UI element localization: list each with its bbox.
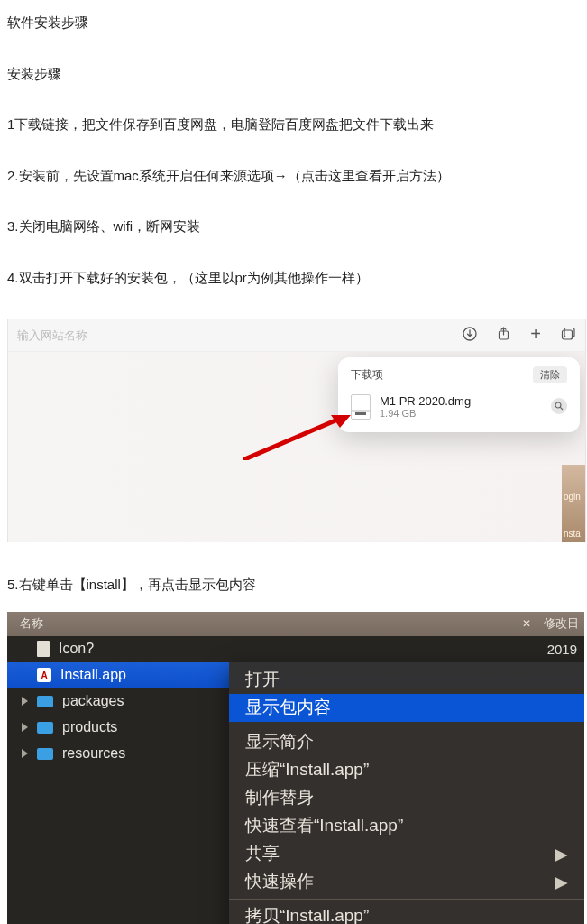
file-label: products xyxy=(62,719,117,735)
new-tab-icon[interactable]: + xyxy=(530,324,541,345)
ctx-compress[interactable]: 压缩“Install.app” xyxy=(229,756,584,784)
svg-rect-3 xyxy=(563,330,573,339)
cropped-window-edge: ogin nsta xyxy=(562,465,585,542)
file-date: 2019 xyxy=(547,642,584,657)
ctx-separator xyxy=(229,725,584,725)
finder-column-header: 名称 ✕ 修改日 xyxy=(7,612,584,636)
file-label: Icon? xyxy=(59,641,94,657)
col-modified: 修改日 xyxy=(544,615,579,632)
disclosure-triangle-icon[interactable] xyxy=(22,749,28,758)
ctx-quick-actions[interactable]: 快速操作▶ xyxy=(229,868,584,896)
svg-point-4 xyxy=(555,402,561,408)
address-placeholder: 输入网站名称 xyxy=(17,328,87,344)
step-3: 3.关闭电脑网络、wifi，断网安装 xyxy=(7,217,580,237)
downloads-popup: 下载项 清除 M1 PR 2020.dmg 1.94 GB xyxy=(338,357,580,432)
download-item[interactable]: M1 PR 2020.dmg 1.94 GB xyxy=(351,394,567,420)
file-label: resources xyxy=(62,745,125,762)
file-size: 1.94 GB xyxy=(380,408,471,419)
step-1: 1下载链接，把文件保存到百度网盘，电脑登陆百度网盘把文件下载出来 xyxy=(7,115,580,135)
folder-icon xyxy=(37,696,53,707)
ctx-show-package-contents[interactable]: 显示包内容 xyxy=(229,694,584,722)
share-icon[interactable] xyxy=(497,327,510,345)
svg-rect-2 xyxy=(564,328,574,337)
document-icon xyxy=(37,641,50,657)
screenshot-finder: 名称 ✕ 修改日 Icon? 2019 A Install.app packag… xyxy=(7,612,584,925)
downloads-icon[interactable] xyxy=(463,327,477,345)
screenshot-downloads: 输入网站名称 + 下载项 清除 M1 PR 2020.dmg xyxy=(7,319,586,542)
submenu-arrow-icon: ▶ xyxy=(555,872,568,892)
file-row-icon[interactable]: Icon? 2019 xyxy=(7,636,584,662)
disclosure-triangle-icon[interactable] xyxy=(22,697,28,706)
ctx-make-alias[interactable]: 制作替身 xyxy=(229,784,584,812)
ctx-quicklook[interactable]: 快速查看“Install.app” xyxy=(229,812,584,840)
close-icon[interactable]: ✕ xyxy=(522,617,531,630)
reveal-in-finder-icon[interactable] xyxy=(551,398,567,414)
tabs-icon[interactable] xyxy=(561,327,576,345)
step-5: 5.右键单击【install】，再点击显示包内容 xyxy=(7,575,580,596)
svg-line-6 xyxy=(243,418,342,460)
folder-icon xyxy=(37,748,53,760)
file-name: M1 PR 2020.dmg xyxy=(380,395,471,408)
col-name: 名称 xyxy=(20,615,43,632)
file-label: packages xyxy=(62,693,124,709)
dmg-file-icon xyxy=(351,394,371,420)
doc-subtitle: 安装步骤 xyxy=(7,64,580,85)
submenu-arrow-icon: ▶ xyxy=(555,844,568,864)
annotation-arrow-icon xyxy=(243,415,351,460)
ctx-open[interactable]: 打开 xyxy=(229,666,584,694)
address-bar[interactable]: 输入网站名称 + xyxy=(8,319,585,352)
step-2: 2.安装前，先设置mac系统开启任何来源选项→（点击这里查看开启方法） xyxy=(7,166,580,187)
ctx-separator xyxy=(229,899,584,900)
ctx-get-info[interactable]: 显示简介 xyxy=(229,728,584,756)
app-icon: A xyxy=(37,668,51,682)
svg-line-5 xyxy=(560,407,563,410)
file-label: Install.app xyxy=(60,667,126,683)
clear-button[interactable]: 清除 xyxy=(533,366,567,383)
context-menu: 打开 显示包内容 显示简介 压缩“Install.app” 制作替身 快速查看“… xyxy=(229,662,584,925)
ctx-copy[interactable]: 拷贝“Install.app” xyxy=(229,902,584,925)
step-4: 4.双击打开下载好的安装包，（这里以pr为例其他操作一样） xyxy=(7,268,580,289)
disclosure-triangle-icon[interactable] xyxy=(22,723,28,732)
ctx-share[interactable]: 共享▶ xyxy=(229,840,584,868)
folder-icon xyxy=(37,722,53,734)
doc-title: 软件安装步骤 xyxy=(7,13,580,33)
popup-title: 下载项 xyxy=(351,367,383,383)
